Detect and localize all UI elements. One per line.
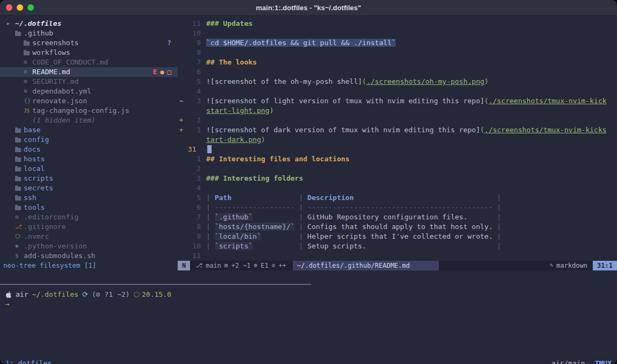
text-segment: | [206, 232, 215, 240]
folder-icon-shape [15, 196, 21, 201]
editor-line-23[interactable]: 9| `local/bin` | Helper scripts that I'v… [178, 232, 617, 241]
tree-item-secrets[interactable]: secrets [0, 183, 178, 193]
tree-item-tag-changelog-config-js[interactable]: JStag-changelog-config.js [0, 106, 178, 116]
tree-item-renovate-json[interactable]: {}renovate.json [0, 96, 178, 106]
gutter-sign [178, 67, 187, 77]
neotree-sidebar: ▸~/.dotfiles.githubscreenshots?workflows… [0, 16, 178, 284]
text-segment: | [295, 223, 307, 231]
editor-line-14[interactable]: 31 [178, 145, 617, 154]
tree-item-gitignore[interactable]: ⎇.gitignore [0, 222, 178, 232]
editor-line-17[interactable]: 3### Interesting folders [178, 174, 617, 183]
tree-item-1-hidden-item[interactable]: (1 hidden item) [0, 116, 178, 125]
close-button[interactable] [6, 4, 12, 11]
tree-item-label: .github [24, 28, 53, 38]
editor-line-18[interactable]: 4 [178, 183, 617, 193]
editor-line-9[interactable]: ~3![screenshot of light version of tmux … [178, 96, 617, 106]
tree-item-config[interactable]: config [0, 135, 178, 145]
editor-buffer[interactable]: 11### Updates 10 9`cd $HOME/.dotfiles &&… [178, 19, 617, 261]
text-segment: ) [485, 77, 489, 85]
tree-item-dependabot-yml[interactable]: ⚙dependabot.yml [0, 87, 178, 96]
tmux-window-item[interactable]: 1:.dotfiles [5, 359, 52, 364]
line-text: ## Interesting files and locations [201, 154, 617, 164]
folder-icon [15, 157, 24, 162]
folder-icon [15, 205, 24, 210]
tree-item-base[interactable]: base [0, 125, 178, 135]
editor-line-2[interactable]: 10 [178, 28, 617, 38]
text-segment [253, 242, 295, 250]
editor-line-6[interactable]: 6 [178, 67, 617, 77]
tree-item-nvmrc[interactable]: ⬡.nvmrc [0, 232, 178, 241]
tree-item-hosts[interactable]: hosts [0, 154, 178, 164]
editor-line-7[interactable]: 5![screenshot of the oh-my-posh shell](.… [178, 77, 617, 87]
cursor-block [207, 145, 212, 153]
text-segment: ![screenshot of the oh-my-posh shell] [206, 77, 362, 85]
tree-item-tools[interactable]: tools [0, 203, 178, 212]
tree-item-docs[interactable]: docs [0, 145, 178, 154]
tmux-pane-shell[interactable]: air ~/.dotfiles ⟳ (⊘ ?1 ~2) ⬡ 20.15.0 → [0, 285, 617, 356]
editor-line-19[interactable]: 5| Path | Description | [178, 193, 617, 203]
text-segment: ) [269, 106, 274, 115]
editor-line-12[interactable]: +1![screenshot of dark version of tmux w… [178, 125, 617, 135]
tree-item-ssh[interactable]: ssh [0, 193, 178, 203]
folder-icon [24, 41, 32, 46]
line-text [201, 28, 617, 38]
tree-item-add-submodules-sh[interactable]: $add-submodules.sh [0, 251, 178, 261]
tmux-session-name: air/main [551, 359, 585, 364]
prompt-arrow: → [5, 299, 10, 309]
editor-line-16[interactable]: 2 [178, 164, 617, 174]
editor-line-11[interactable]: +2 [178, 116, 617, 125]
editor-line-8[interactable]: 4 [178, 87, 617, 96]
tree-item-workflows[interactable]: workflows [0, 48, 178, 58]
editor-line-13[interactable]: tart-dark.png) [178, 135, 617, 145]
line-number: 8 [187, 222, 201, 232]
editor-line-4[interactable]: 8 [178, 48, 617, 58]
line-text [201, 251, 617, 261]
editor-line-22[interactable]: 8| `hosts/{hostname}/` | Configs that sh… [178, 222, 617, 232]
expand-arrow-icon[interactable]: ▸ [6, 19, 15, 28]
editor-line-3[interactable]: 9`cd $HOME/.dotfiles && git pull && ./in… [178, 38, 617, 48]
tree-item-label: secrets [24, 183, 53, 193]
text-segment: | [295, 194, 307, 202]
editor-line-10[interactable]: start-light.png) [178, 106, 617, 116]
editor-line-25[interactable]: 11 [178, 251, 617, 261]
tree-item-dotfiles[interactable]: ▸~/.dotfiles [0, 19, 178, 28]
line-number: 3 [187, 174, 201, 183]
minimize-button[interactable] [17, 4, 23, 11]
text-segment: | [493, 194, 501, 202]
editor-line-5[interactable]: 7## The looks [178, 58, 617, 67]
line-text: | `hosts/{hostname}/` | Configs that sho… [201, 222, 617, 232]
window-titlebar[interactable]: main:1:.dotfiles - "ks~/.dotfiles" [0, 0, 617, 16]
tmux-pane-nvim: ▸~/.dotfiles.githubscreenshots?workflows… [0, 16, 617, 284]
tree-item-github[interactable]: .github [0, 28, 178, 38]
diagnostics-icon: ⊗ [254, 261, 258, 270]
text-segment: ### Updates [206, 19, 253, 27]
tmux-pane-border[interactable] [0, 284, 617, 285]
tree-item-readme-md[interactable]: ≡README.mdE●□ [0, 67, 178, 77]
tree-item-screenshots[interactable]: screenshots? [0, 38, 178, 48]
shell-input-line[interactable]: → [5, 299, 612, 309]
editor-line-20[interactable]: 6| ------------------- | ---------------… [178, 203, 617, 212]
text-segment [366, 242, 493, 250]
line-text: | ------------------- | ----------------… [201, 203, 617, 212]
tmux-pane-border-active [0, 284, 311, 285]
line-text [201, 164, 617, 174]
tree-item-security-md[interactable]: ≡SECURITY.md [0, 77, 178, 87]
zoom-button[interactable] [27, 4, 34, 11]
tree-item-editorconfig[interactable]: ⚙.editorconfig [0, 212, 178, 222]
line-text [201, 183, 617, 193]
tree-item-code-of-conduct-md[interactable]: ≡CODE_OF_CONDUCT.md [0, 58, 178, 67]
text-segment: ./screenshots/tmux-nvim-kick [488, 97, 606, 105]
editor-line-24[interactable]: 10| `scripts` | Setup scripts. | [178, 241, 617, 251]
changes-count: ++ [278, 261, 286, 270]
tree-item-python-version[interactable]: ✱.python-version [0, 241, 178, 251]
tree-item-scripts[interactable]: scripts [0, 174, 178, 183]
tree-item-local[interactable]: local [0, 164, 178, 174]
text-segment: `hosts/{hostname}/` [215, 223, 295, 231]
text-segment: Helper scripts that I've collected or wr… [307, 232, 493, 240]
editor-line-1[interactable]: 11### Updates [178, 19, 617, 28]
editor-line-15[interactable]: 1## Interesting files and locations [178, 154, 617, 164]
line-text: tart-dark.png) [201, 135, 617, 145]
editor-line-21[interactable]: 7| `.github` | GitHub Repository configu… [178, 212, 617, 222]
line-text [201, 48, 617, 58]
shell-prompt-line: air ~/.dotfiles ⟳ (⊘ ?1 ~2) ⬡ 20.15.0 [5, 290, 612, 299]
